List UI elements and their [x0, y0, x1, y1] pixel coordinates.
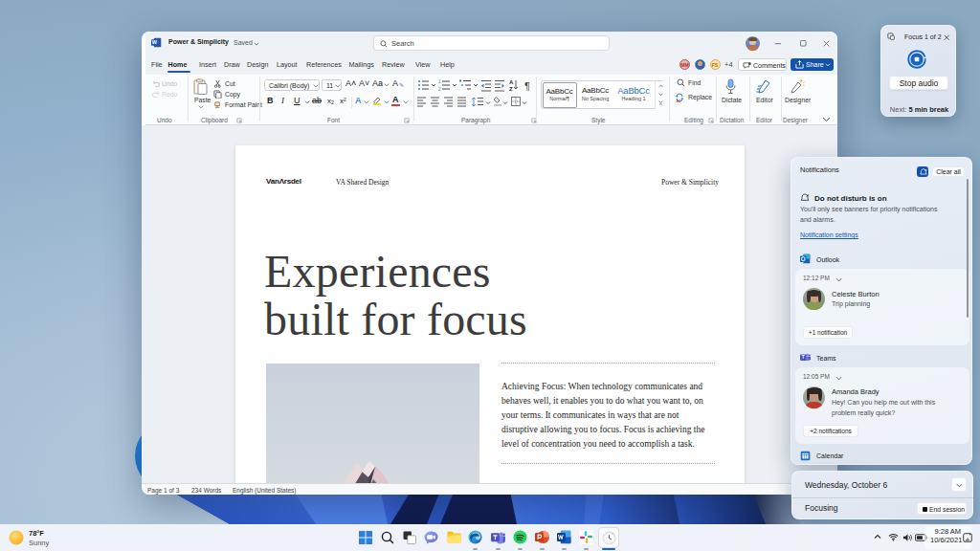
svg-text:ac: ac: [677, 99, 682, 103]
svg-text:T: T: [802, 355, 805, 360]
svg-text:¶: ¶: [524, 80, 530, 92]
svg-text:Z: Z: [509, 86, 513, 92]
svg-text:A: A: [509, 79, 514, 85]
svg-text:W: W: [152, 39, 158, 45]
svg-text:2: 2: [438, 87, 441, 92]
svg-text:1: 1: [438, 79, 441, 84]
